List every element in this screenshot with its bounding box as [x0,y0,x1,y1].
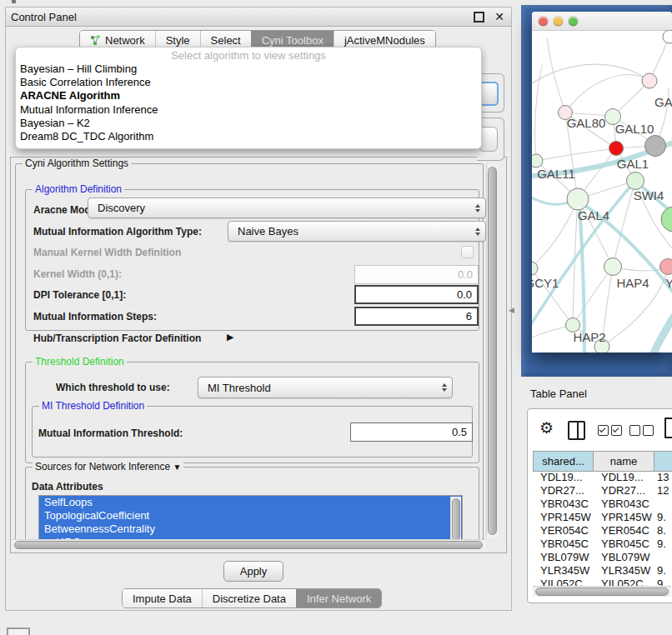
data-attributes-listbox[interactable]: SelfLoopsTopologicalCoefficientBetweenne… [38,495,463,544]
close-icon[interactable]: ✕ [494,11,504,22]
panel-title: Control Panel [11,11,474,23]
aracne-mode-select[interactable]: Discovery [88,198,486,218]
tab-label: Impute Data [133,592,192,605]
tab-label: Select [211,34,241,47]
split-column-icon[interactable] [568,421,585,440]
node-label: GAL [654,95,672,109]
table-row[interactable]: YER054CYER054C8. [533,523,672,537]
table-cell: YLR345W [592,563,652,577]
table-cell: YLR345W [533,563,592,577]
control-panel-window: Control Panel ✕ NetworkStyleSelectCyni T… [5,7,512,611]
node-label: Y [665,276,672,290]
tab-infer-network[interactable]: Infer Network [296,589,381,608]
collapse-arrow-icon[interactable]: ▼ [173,462,181,472]
network-node[interactable] [645,136,666,157]
node-label: GAL4 [578,208,609,222]
group-title: Cyni Algorithm Settings [23,158,131,169]
column-header[interactable]: shared... [533,452,594,471]
column-header[interactable]: name [594,452,654,471]
toolbar-remnant [12,0,16,3]
stepper-icon [475,204,480,212]
table-row[interactable]: YBL079WYBL079W [533,550,672,563]
settings-vertical-scrollbar[interactable] [486,164,498,538]
apply-button[interactable]: Apply [223,561,283,582]
algorithm-option[interactable]: Basic Correlation Inference [16,76,481,89]
table-horizontal-scrollbar[interactable] [533,586,671,597]
network-node[interactable] [642,73,657,88]
network-node[interactable] [532,262,538,275]
tab-impute-data[interactable]: Impute Data [123,589,202,608]
network-node[interactable] [532,154,543,168]
mi-threshold-label: Mutual Information Threshold: [38,428,183,439]
algorithm-option[interactable]: ARACNE Algorithm [16,89,481,102]
node-label: HAP2 [573,330,605,344]
dpi-tolerance-field[interactable]: 0.0 [354,285,479,304]
table-cell: YBR045C [592,537,652,550]
which-threshold-select[interactable]: MI Threshold [198,377,453,398]
attribute-item[interactable]: TopologicalCoefficient [39,509,462,522]
manual-kernel-width-label: Manual Kernel Width Definition [33,247,181,258]
focused-combo-fragment[interactable] [479,82,499,106]
algorithm-option[interactable]: Bayesian – K2 [16,117,481,130]
settings-horizontal-scrollbar[interactable] [12,539,485,550]
table-row[interactable]: YLR345WYLR345W9. [533,563,672,577]
tab-label: Discretize Data [213,592,286,605]
minimize-button[interactable] [554,17,563,26]
attribute-item[interactable]: BetweennessCentrality [39,522,462,536]
field-value: 0.5 [452,426,467,438]
hub-definition-label: Hub/Transcription Factor Definition [33,332,201,344]
network-node[interactable] [661,207,672,232]
network-window-titlebar[interactable] [532,12,672,31]
node-label: GCY1 [532,276,559,290]
table-cell: 9. [652,537,672,550]
network-node[interactable] [609,142,624,156]
network-node[interactable] [604,258,622,276]
network-canvas-holder: GALGAL80GAL10GAL1GAL11SWI4GAL4GCY1HAP4YH… [532,30,672,352]
network-canvas[interactable]: GALGAL80GAL10GAL1GAL11SWI4GAL4GCY1HAP4YH… [532,30,672,352]
close-button[interactable] [539,17,548,26]
network-node[interactable] [660,259,672,275]
gear-icon[interactable]: ⚙ [539,420,554,436]
table-cell: YPR145W [533,510,592,523]
algorithm-option[interactable]: Dream8 DC_TDC Algorithm [16,130,481,143]
table-cell: YBL079W [592,550,652,563]
attribute-item[interactable]: SelfLoops [39,496,462,509]
network-node[interactable] [567,188,589,210]
network-view-window: GALGAL80GAL10GAL1GAL11SWI4GAL4GCY1HAP4YH… [532,12,672,352]
table-row[interactable]: YDR27...YDR27...12 [533,483,672,497]
node-label: HAP4 [616,276,649,290]
table-row[interactable]: YBR045CYBR045C9. [533,537,672,550]
collapsed-panel-chip[interactable] [7,628,30,635]
table-cell [652,497,672,510]
group-title: MI Threshold Definition [39,400,147,412]
zoom-button[interactable] [569,17,578,26]
data-attributes-list: SelfLoopsTopologicalCoefficientBetweenne… [39,496,462,544]
mi-algorithm-type-select[interactable]: Naive Bayes [228,221,486,242]
panel-collapse-icon[interactable]: ◀ [509,306,514,314]
mi-threshold-field[interactable]: 0.5 [350,422,473,442]
combo-value: MI Threshold [208,382,271,394]
document-icon[interactable] [664,418,672,438]
algorithm-option[interactable]: Bayesian – Hill Climbing [16,62,481,76]
kernel-width-field[interactable]: 0.0 [354,265,479,284]
column-header[interactable]: A [654,452,672,471]
table-cell: YBR045C [533,537,592,550]
table-row[interactable]: YPR145WYPR145W9. [533,510,672,523]
network-node[interactable] [663,30,672,43]
tab-discretize-data[interactable]: Discretize Data [202,589,296,608]
table-cell: YDR27... [533,483,592,497]
mi-steps-field[interactable]: 6 [354,307,479,326]
algorithm-option[interactable]: Mutual Information Inference [16,103,481,117]
manual-kernel-width-checkbox[interactable] [461,246,474,258]
network-node[interactable] [627,172,644,190]
table-row[interactable]: YBR043CYBR043C [533,497,672,510]
table-cell: 9. [652,510,672,523]
node-label: GAL10 [615,122,654,136]
table-row[interactable]: YDL19...YDL19...13 [533,470,672,483]
table-body: YDL19...YDL19...13YDR27...YDR27...12YBR0… [533,470,672,590]
select-all-checks-icon[interactable] [598,425,622,436]
expand-arrow-icon[interactable]: ▶ [227,332,233,342]
list-scrollbar[interactable] [450,497,461,542]
float-window-icon[interactable] [474,12,484,22]
deselect-all-checks-icon[interactable] [629,425,654,436]
